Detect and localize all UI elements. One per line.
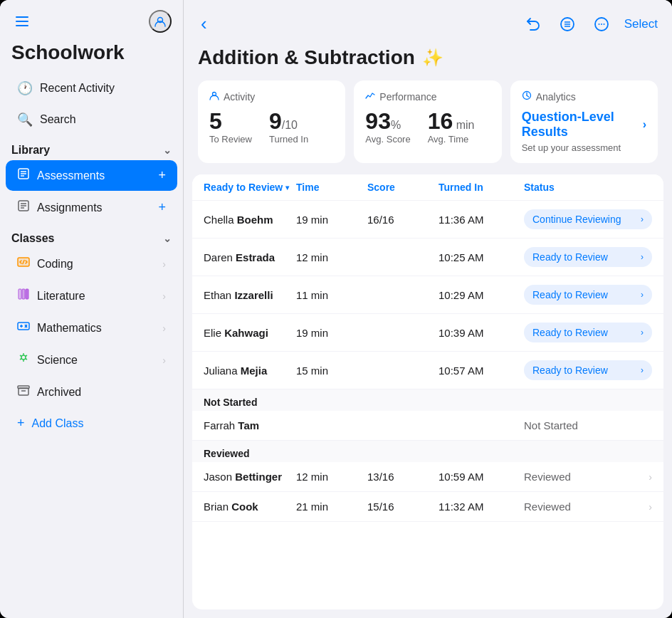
table-row[interactable]: Farrah Tam Not Started bbox=[192, 411, 663, 441]
mathematics-icon bbox=[17, 320, 30, 336]
svg-rect-17 bbox=[26, 289, 28, 299]
avg-score-label: Avg. Score bbox=[365, 134, 410, 145]
time-cell: 15 min bbox=[296, 365, 367, 377]
page-title: Addition & Subtraction bbox=[198, 46, 415, 69]
table-row[interactable]: Brian Cook 21 min 15/16 11:32 AM Reviewe… bbox=[192, 492, 663, 522]
table-row[interactable]: Ethan Izzarelli 11 min 10:29 AM Ready to… bbox=[192, 276, 663, 314]
svg-point-41 bbox=[598, 23, 599, 25]
assignments-icon bbox=[17, 199, 30, 216]
chevron-right-icon: › bbox=[649, 501, 652, 513]
status-cell[interactable]: Continue Reviewing › bbox=[524, 209, 652, 229]
sidebar-item-science[interactable]: Science › bbox=[6, 345, 177, 375]
list-button[interactable] bbox=[556, 13, 579, 36]
turned-in-cell: 10:29 AM bbox=[439, 289, 524, 301]
time-cell: 12 min bbox=[296, 471, 367, 483]
table-row[interactable]: Chella Boehm 19 min 16/16 11:36 AM Conti… bbox=[192, 201, 663, 239]
avg-time-label: Avg. Time bbox=[428, 134, 475, 145]
time-cell: 11 min bbox=[296, 289, 367, 301]
sidebar-item-literature[interactable]: Literature › bbox=[6, 281, 177, 311]
analytics-label: Analytics bbox=[536, 91, 576, 103]
activity-label: Activity bbox=[224, 91, 255, 103]
sidebar-item-mathematics[interactable]: Mathematics › bbox=[6, 313, 177, 343]
toolbar-right: Select bbox=[522, 13, 658, 36]
activity-stats: 5 To Review 9/10 Turned In bbox=[209, 110, 334, 145]
th-name[interactable]: Ready to Review ▾ bbox=[204, 182, 296, 193]
status-cell: Not Started bbox=[524, 419, 652, 431]
chevron-down-icon: ⌄ bbox=[163, 233, 172, 244]
activity-card-header: Activity bbox=[209, 90, 334, 103]
add-assignment-button[interactable]: + bbox=[158, 200, 166, 215]
archived-label: Archived bbox=[37, 386, 166, 399]
turned-in-cell: 11:36 AM bbox=[439, 214, 524, 226]
status-cell[interactable]: Ready to Review › bbox=[524, 247, 652, 267]
performance-icon bbox=[365, 90, 375, 103]
status-badge[interactable]: Ready to Review › bbox=[524, 285, 652, 305]
table-row[interactable]: Daren Estrada 12 min 10:25 AM Ready to R… bbox=[192, 239, 663, 276]
student-name: Chella Boehm bbox=[204, 214, 296, 226]
chevron-right-icon: › bbox=[162, 355, 166, 366]
badge-chevron-icon: › bbox=[641, 252, 644, 262]
sidebar-item-archived[interactable]: Archived bbox=[6, 377, 177, 407]
score-cell: 15/16 bbox=[367, 501, 439, 513]
sidebar-item-coding[interactable]: Coding › bbox=[6, 248, 177, 279]
time-cell: 19 min bbox=[296, 214, 367, 226]
library-section-header[interactable]: Library ⌄ bbox=[0, 135, 183, 159]
turned-in-stat: 9/10 Turned In bbox=[269, 110, 308, 145]
add-class-label: Add Class bbox=[32, 417, 84, 430]
table-row[interactable]: Juliana Mejia 15 min 10:57 AM Ready to R… bbox=[192, 352, 663, 389]
analytics-card[interactable]: Analytics Question-Level Results › Set u… bbox=[510, 80, 658, 163]
profile-button[interactable] bbox=[149, 10, 172, 33]
undo-button[interactable] bbox=[522, 13, 545, 36]
avg-time-value: 16 min bbox=[428, 110, 475, 132]
clock-icon: 🕐 bbox=[17, 80, 33, 96]
status-cell[interactable]: Ready to Review › bbox=[524, 285, 652, 305]
sort-icon: ▾ bbox=[285, 184, 289, 192]
sidebar-toggle-button[interactable] bbox=[11, 11, 33, 32]
search-icon: 🔍 bbox=[17, 112, 33, 127]
status-cell: Reviewed › bbox=[524, 471, 652, 483]
chevron-right-icon: › bbox=[643, 118, 646, 131]
time-cell: 12 min bbox=[296, 251, 367, 263]
analytics-card-header: Analytics bbox=[522, 90, 646, 103]
activity-icon bbox=[209, 90, 219, 103]
turned-in-label: Turned In bbox=[269, 134, 308, 145]
sidebar-item-assignments[interactable]: Assignments + bbox=[6, 192, 177, 223]
badge-chevron-icon: › bbox=[641, 328, 644, 337]
sidebar-item-recent-activity[interactable]: 🕐 Recent Activity bbox=[6, 73, 177, 103]
select-button[interactable]: Select bbox=[624, 17, 658, 31]
sidebar-item-label: Recent Activity bbox=[40, 82, 115, 95]
svg-line-28 bbox=[26, 355, 28, 357]
classes-section-header[interactable]: Classes ⌄ bbox=[0, 224, 183, 248]
time-cell: 21 min bbox=[296, 501, 367, 513]
status-cell[interactable]: Ready to Review › bbox=[524, 360, 652, 380]
turned-in-value: 9/10 bbox=[269, 110, 308, 132]
table-row[interactable]: Jason Bettinger 12 min 13/16 10:59 AM Re… bbox=[192, 462, 663, 492]
student-name: Elie Kahwagi bbox=[204, 327, 296, 339]
science-icon bbox=[17, 352, 30, 368]
archived-icon bbox=[17, 384, 30, 400]
table-row[interactable]: Elie Kahwagi 19 min 10:39 AM Ready to Re… bbox=[192, 314, 663, 352]
back-button[interactable]: ‹ bbox=[198, 10, 210, 38]
status-badge[interactable]: Continue Reviewing › bbox=[524, 209, 652, 229]
status-badge[interactable]: Ready to Review › bbox=[524, 323, 652, 342]
svg-rect-16 bbox=[22, 289, 25, 299]
analytics-subtitle: Set up your assessment bbox=[522, 142, 646, 153]
time-cell: 19 min bbox=[296, 327, 367, 339]
student-name: Ethan Izzarelli bbox=[204, 289, 296, 301]
th-status: Status bbox=[524, 182, 652, 193]
mathematics-label: Mathematics bbox=[37, 322, 155, 335]
turned-in-cell: 10:59 AM bbox=[439, 471, 524, 483]
more-button[interactable] bbox=[590, 13, 613, 36]
to-review-value: 5 bbox=[209, 110, 252, 132]
toolbar-left: ‹ bbox=[198, 10, 210, 38]
status-badge[interactable]: Ready to Review › bbox=[524, 360, 652, 380]
student-name: Daren Estrada bbox=[204, 251, 296, 263]
status-badge[interactable]: Ready to Review › bbox=[524, 247, 652, 267]
sidebar-item-search[interactable]: 🔍 Search bbox=[6, 105, 177, 135]
coding-icon bbox=[17, 256, 30, 272]
not-started-section-label: Not Started bbox=[192, 389, 663, 411]
add-assessment-button[interactable]: + bbox=[158, 168, 166, 183]
add-class-button[interactable]: + Add Class bbox=[6, 409, 177, 438]
sidebar-item-assessments[interactable]: Assessments + bbox=[6, 160, 177, 191]
status-cell[interactable]: Ready to Review › bbox=[524, 323, 652, 342]
